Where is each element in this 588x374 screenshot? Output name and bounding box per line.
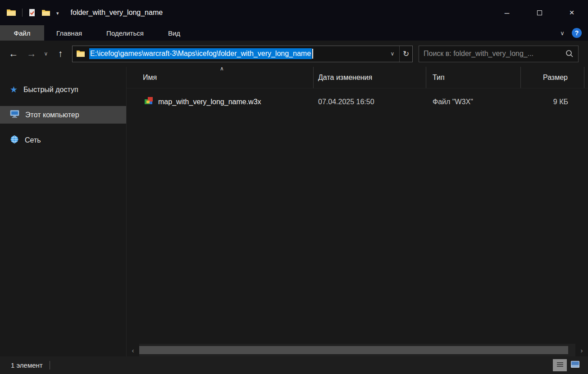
minimize-icon: – <box>505 8 510 18</box>
sidebar-item-label: Этот компьютер <box>25 111 79 119</box>
file-row[interactable]: map_with_very_long_name.w3x 07.04.2025 1… <box>127 93 588 111</box>
help-button[interactable]: ? <box>572 28 582 38</box>
back-button[interactable]: ← <box>5 45 23 63</box>
refresh-icon[interactable]: ↻ <box>399 46 412 62</box>
sidebar-item-label: Сеть <box>25 136 41 144</box>
thumbnails-view-button[interactable] <box>568 359 582 371</box>
close-button[interactable]: × <box>556 0 588 25</box>
file-date-cell: 07.04.2025 16:50 <box>314 93 426 111</box>
file-name: map_with_very_long_name.w3x <box>158 98 261 106</box>
ribbon-spacer <box>192 25 553 41</box>
explorer-window: ▾ folder_with_very_long_name – × Файл Гл… <box>0 0 588 374</box>
horizontal-scrollbar[interactable]: ‹ › <box>127 344 588 356</box>
minimize-button[interactable]: – <box>491 0 523 25</box>
status-bar: 1 элемент <box>0 356 588 374</box>
up-button[interactable]: ↑ <box>51 45 69 63</box>
details-view-icon <box>556 361 564 369</box>
address-dropdown-chevron-icon[interactable]: ∨ <box>386 46 399 62</box>
scrollbar-track[interactable] <box>139 344 575 356</box>
search-input[interactable]: Поиск в: folder_with_very_long_... <box>419 46 579 62</box>
column-header-type[interactable]: Тип <box>426 67 521 88</box>
file-type-cell: Файл "W3X" <box>426 93 521 111</box>
details-view-button[interactable] <box>553 359 567 371</box>
scroll-left-arrow-icon[interactable]: ‹ <box>127 346 139 354</box>
tab-share[interactable]: Поделиться <box>94 25 156 41</box>
file-list-pane: ∧ Имя Дата изменения Тип Размер map_with… <box>127 67 588 356</box>
titlebar: ▾ folder_with_very_long_name – × <box>0 0 588 25</box>
w3x-map-file-icon <box>145 97 153 107</box>
recent-locations-chevron-icon[interactable]: ∨ <box>41 45 51 63</box>
navigation-bar: ← → ∨ ↑ E:\icefog\games\warcraft-3\Maps\… <box>0 41 588 67</box>
explorer-app-folder-icon[interactable] <box>6 9 16 17</box>
tab-view[interactable]: Вид <box>156 25 192 41</box>
window-controls: – × <box>491 0 588 25</box>
close-icon: × <box>569 8 574 18</box>
search-icon <box>565 50 574 58</box>
tab-file[interactable]: Файл <box>0 25 44 41</box>
sidebar-item-network[interactable]: Сеть <box>0 131 126 149</box>
search-placeholder: Поиск в: folder_with_very_long_... <box>424 50 565 58</box>
sidebar-item-quick-access[interactable]: ★ Быстрый доступ <box>0 81 126 98</box>
status-separator <box>50 361 50 369</box>
qat-customize-chevron-icon[interactable]: ▾ <box>56 9 59 16</box>
text-caret <box>312 49 313 59</box>
view-toggle-buttons <box>553 359 582 371</box>
scroll-right-arrow-icon[interactable]: › <box>575 346 588 354</box>
file-name-cell: map_with_very_long_name.w3x <box>127 93 314 111</box>
navigation-pane: ★ Быстрый доступ Этот компьютер Сеть <box>0 67 127 356</box>
forward-button[interactable]: → <box>23 45 41 63</box>
maximize-icon <box>537 10 542 15</box>
ribbon-tab-strip: Файл Главная Поделиться Вид ∨ ? <box>0 25 588 41</box>
qat-separator <box>22 9 23 17</box>
window-body: ★ Быстрый доступ Этот компьютер Сеть ∧ И… <box>0 67 588 356</box>
file-size-cell: 9 КБ <box>521 93 584 111</box>
address-bar-input[interactable]: E:\icefog\games\warcraft-3\Maps\icefog\f… <box>72 46 413 62</box>
ribbon-collapse-chevron-icon[interactable]: ∨ <box>553 25 572 41</box>
network-globe-icon <box>10 135 19 146</box>
this-pc-computer-icon <box>10 110 19 120</box>
scrollbar-thumb[interactable] <box>139 346 568 354</box>
file-rows: map_with_very_long_name.w3x 07.04.2025 1… <box>127 93 588 111</box>
window-title: folder_with_very_long_name <box>71 9 163 17</box>
new-folder-icon[interactable] <box>41 9 50 17</box>
sidebar-item-label: Быстрый доступ <box>23 86 78 94</box>
tab-home[interactable]: Главная <box>44 25 94 41</box>
column-header-date-modified[interactable]: Дата изменения <box>314 67 426 88</box>
column-header-size[interactable]: Размер <box>521 67 584 88</box>
address-path-selected-text: E:\icefog\games\warcraft-3\Maps\icefog\f… <box>89 48 312 59</box>
quick-access-toolbar: ▾ <box>0 9 59 17</box>
address-folder-icon <box>76 50 85 57</box>
quick-access-star-icon: ★ <box>10 84 18 95</box>
column-header-row: Имя Дата изменения Тип Размер <box>127 67 588 88</box>
item-count-label: 1 элемент <box>11 361 43 369</box>
sort-ascending-caret-icon: ∧ <box>220 65 224 72</box>
properties-icon[interactable] <box>28 9 36 17</box>
sidebar-item-this-pc[interactable]: Этот компьютер <box>0 106 126 124</box>
maximize-button[interactable] <box>523 0 556 25</box>
thumbnails-view-icon <box>571 361 579 369</box>
